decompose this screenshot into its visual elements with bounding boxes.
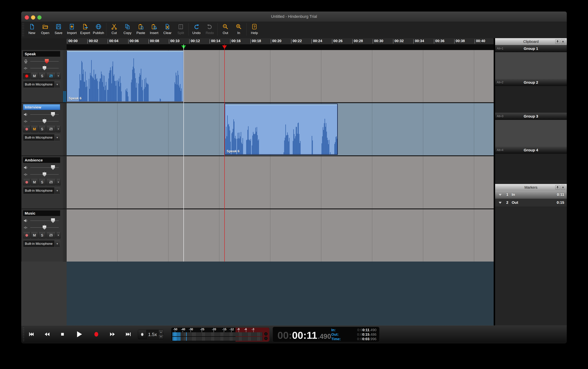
ruler-time-label: 00:16	[232, 39, 241, 43]
chevron-down-icon: ▼	[54, 134, 60, 141]
speed-toggle-button[interactable]	[138, 330, 146, 339]
split-button[interactable]: Split	[174, 22, 187, 37]
track-options-button[interactable]: ▼	[56, 179, 61, 185]
eq-button[interactable]	[46, 179, 56, 185]
readout-label: In:	[331, 328, 341, 332]
ruler-tick	[434, 39, 434, 43]
volume-slider-handle[interactable]	[51, 165, 55, 170]
track-header-interview[interactable]: InterviewMS▼Built-in Microphone▼	[22, 103, 63, 155]
fast-forward-button[interactable]	[110, 332, 115, 337]
audio-clip[interactable]: Speak 6	[67, 51, 184, 102]
eq-button[interactable]	[46, 232, 56, 238]
pan-slider-handle[interactable]	[43, 119, 46, 123]
clear-button[interactable]: Clear	[161, 22, 174, 37]
out-button[interactable]: Out	[219, 22, 232, 37]
save-button[interactable]: Save	[52, 22, 65, 37]
skip-end-button[interactable]	[126, 332, 131, 337]
input-device-dropdown[interactable]: Built-in Microphone▼	[23, 240, 60, 247]
track-header-music[interactable]: MusicMS▼Built-in Microphone▼	[22, 209, 63, 262]
speed-down-button[interactable]: ▼	[159, 335, 163, 339]
toolbar-item-label: Redo	[206, 31, 214, 35]
record-arm-button[interactable]	[23, 126, 30, 132]
mute-button[interactable]: M	[31, 179, 38, 185]
mute-button[interactable]: M	[31, 232, 38, 238]
save-icon	[55, 23, 62, 31]
clipboard-group-body[interactable]	[495, 120, 567, 146]
solo-button[interactable]: S	[39, 126, 46, 132]
new-button[interactable]: New	[25, 22, 39, 37]
insert-button[interactable]: Insert	[147, 22, 161, 37]
transport-drag-handle[interactable]	[23, 327, 24, 341]
volume-slider-handle[interactable]	[45, 59, 49, 64]
pan-slider-handle[interactable]	[43, 226, 46, 230]
ruler-time-label: 00:36	[435, 39, 444, 43]
out-marker-line[interactable]	[224, 44, 225, 262]
solo-button[interactable]: S	[39, 179, 46, 185]
clipboard-group-header[interactable]: Group 4Alt+4	[495, 146, 567, 154]
input-device-dropdown[interactable]: Built-in Microphone▼	[23, 81, 60, 88]
track-options-button[interactable]: ▼	[56, 232, 61, 238]
solo-button[interactable]: S	[39, 73, 46, 79]
clipboard-group-header[interactable]: Group 1Alt+1	[495, 45, 567, 52]
track-options-button[interactable]: ▼	[56, 73, 61, 79]
pin-icon[interactable]	[555, 185, 560, 190]
track-header-ambience[interactable]: AmbienceMS▼Built-in Microphone▼	[22, 156, 63, 208]
timeline-ruler[interactable]: 00:0000:0200:0400:0600:0800:1000:1200:14…	[67, 38, 494, 44]
stop-button[interactable]	[60, 332, 65, 337]
ruler-time-label: 00:24	[313, 39, 322, 43]
input-device-dropdown[interactable]: Built-in Microphone▼	[23, 187, 60, 194]
close-icon[interactable]: ✕	[561, 39, 565, 44]
record-arm-button[interactable]	[23, 232, 30, 238]
track-header-speak[interactable]: SpeakMS▼Built-in Microphone▼	[22, 50, 63, 102]
solo-button[interactable]: S	[39, 232, 46, 238]
clipboard-group-body[interactable]	[495, 86, 567, 113]
close-icon[interactable]: ✕	[561, 185, 565, 190]
skip-start-button[interactable]	[29, 332, 34, 337]
open-button[interactable]: Open	[39, 22, 52, 37]
mute-button[interactable]: M	[31, 73, 38, 79]
mute-button[interactable]: M	[31, 126, 38, 132]
record-button[interactable]	[93, 331, 99, 337]
in-icon	[236, 23, 242, 31]
play-button[interactable]	[75, 330, 83, 338]
clipboard-group-body[interactable]	[495, 154, 567, 180]
app-window: Untitled - Hindenburg Trial NewOpenSaveI…	[21, 11, 567, 343]
redo-button[interactable]: Redo	[203, 22, 217, 37]
cut-button[interactable]: Cut	[107, 22, 121, 37]
ruler-time-label: 00:40	[476, 39, 485, 43]
record-arm-button[interactable]	[23, 179, 30, 185]
marker-row[interactable]: 1In0:11	[495, 191, 567, 199]
pan-slider-handle[interactable]	[43, 173, 46, 177]
speaker-icon	[23, 112, 29, 117]
volume-slider-handle[interactable]	[51, 112, 55, 117]
playhead-line[interactable]	[184, 44, 184, 262]
volume-slider-handle[interactable]	[51, 218, 55, 223]
pin-icon[interactable]	[555, 39, 560, 44]
track-lane-ambience[interactable]	[67, 156, 494, 208]
toolbar-item-label: Out	[223, 31, 228, 35]
track-lane-music[interactable]	[67, 209, 494, 262]
undo-button[interactable]: Undo	[190, 22, 203, 37]
toolbar-drag-handle[interactable]	[22, 23, 24, 37]
import-button[interactable]: Import	[65, 22, 79, 37]
track-options-button[interactable]: ▼	[56, 126, 61, 132]
rewind-button[interactable]	[44, 332, 50, 337]
marker-strip[interactable]	[67, 44, 494, 50]
eq-button[interactable]	[46, 126, 56, 132]
publish-button[interactable]: Publish	[92, 22, 105, 37]
input-device-dropdown[interactable]: Built-in Microphone▼	[23, 134, 60, 141]
record-arm-button[interactable]	[23, 73, 30, 79]
clipboard-group-header[interactable]: Group 3Alt+3	[495, 113, 567, 120]
clipboard-group-header[interactable]: Group 2Alt+2	[495, 79, 567, 86]
in-button[interactable]: In	[232, 22, 245, 37]
audio-clip[interactable]: Speak 6	[225, 104, 338, 155]
marker-row[interactable]: 2Out0:15	[495, 199, 567, 207]
copy-button[interactable]: Copy	[121, 22, 134, 37]
export-button[interactable]: Export	[79, 22, 92, 37]
clipboard-group-body[interactable]	[495, 52, 567, 79]
eq-button[interactable]	[46, 73, 56, 79]
paste-button[interactable]: Paste	[134, 22, 147, 37]
pan-slider-handle[interactable]	[43, 66, 46, 70]
help-button[interactable]: ?Help	[248, 22, 261, 37]
speed-up-button[interactable]: ▲	[159, 330, 163, 335]
